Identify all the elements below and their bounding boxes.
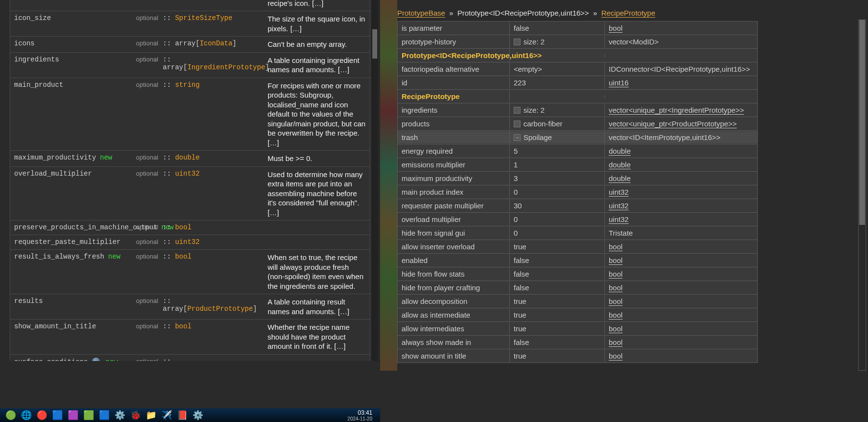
- arrow-icon[interactable]: →: [514, 134, 521, 141]
- doc-property-name: requester_paste_multiplier: [14, 238, 136, 246]
- inspector-row[interactable]: id223uint16: [397, 76, 758, 90]
- pdf-icon[interactable]: 📕: [174, 409, 190, 421]
- inspector-row[interactable]: allow inserter overloadtruebool: [397, 240, 758, 254]
- inspector-type[interactable]: vector<unique_ptr<IngredientPrototype>>: [605, 104, 757, 116]
- inspector-type[interactable]: double: [605, 172, 757, 184]
- inspector-type[interactable]: bool: [605, 322, 757, 335]
- inspector-name: allow as intermediate: [398, 309, 510, 321]
- inspector-row[interactable]: enabledfalsebool: [397, 254, 758, 267]
- type-link[interactable]: string: [175, 81, 199, 89]
- inspector-type[interactable]: double: [605, 145, 757, 157]
- type-link[interactable]: IngredientPrototype: [187, 63, 265, 71]
- inspector-row[interactable]: main product index0uint32: [397, 185, 758, 199]
- type-link[interactable]: double: [175, 154, 199, 161]
- inspector-name: ingredients: [398, 104, 510, 116]
- doc-row[interactable]: preserve_products_in_machine_outputnewop…: [10, 221, 370, 235]
- telegram-icon[interactable]: ✈️: [159, 409, 174, 421]
- type-link[interactable]: bool: [175, 322, 192, 330]
- inspector-row[interactable]: trash→Spoilagevector<ID<ItemPrototype,ui…: [397, 131, 758, 144]
- type-link[interactable]: bool: [175, 223, 192, 231]
- gear-icon[interactable]: ⚙️: [112, 409, 128, 421]
- inspector-type[interactable]: vector<unique_ptr<ProductPrototype>>: [605, 118, 757, 130]
- type-link[interactable]: ProductPrototype: [187, 305, 252, 313]
- inspector-type[interactable]: bool: [605, 309, 757, 321]
- inspector-value: 0: [510, 213, 605, 225]
- pycharm-icon[interactable]: 🟩: [81, 409, 96, 421]
- doc-row[interactable]: surface_conditions newoptional:: array[S…: [10, 355, 370, 362]
- doc-property-name: icons: [14, 40, 136, 49]
- inspector-type[interactable]: double: [605, 159, 757, 171]
- type-link[interactable]: uint32: [175, 238, 199, 246]
- chrome-icon[interactable]: 🌐: [19, 409, 34, 421]
- inspector-type: [605, 54, 757, 58]
- inspector-row[interactable]: hide from player craftingfalsebool: [397, 281, 758, 295]
- inspector-row[interactable]: hide from flow statsfalsebool: [397, 267, 758, 281]
- inspector-type[interactable]: bool: [605, 336, 757, 348]
- inspector-name: RecipePrototype: [398, 90, 510, 102]
- inspector-row[interactable]: always show made infalsebool: [397, 336, 758, 349]
- inspector-row[interactable]: is parameterfalsebool: [397, 21, 758, 35]
- inspector-row[interactable]: show amount in titletruebool: [397, 349, 758, 363]
- doc-row[interactable]: iconsoptional:: array[IconData]Can't be …: [10, 37, 370, 53]
- left-scrollbar[interactable]: [371, 0, 378, 361]
- inspector-row[interactable]: allow as intermediatetruebool: [397, 308, 758, 322]
- doc-row[interactable]: maximum_productivitynewoptional:: double…: [10, 151, 370, 167]
- breadcrumb-root[interactable]: PrototypeBase: [397, 9, 445, 17]
- vscode-icon[interactable]: 🟦: [50, 409, 65, 421]
- expand-icon[interactable]: [514, 39, 521, 45]
- app-icon[interactable]: 🟢: [3, 409, 19, 421]
- breadcrumb-leaf[interactable]: RecipePrototype: [601, 9, 656, 17]
- expand-icon[interactable]: [514, 107, 521, 114]
- inspector-type[interactable]: bool: [605, 254, 757, 266]
- inspector-type[interactable]: uint32: [605, 200, 757, 212]
- left-scrollbar-thumb[interactable]: [372, 29, 377, 59]
- inspector-row[interactable]: emissions multiplier1double: [397, 158, 758, 172]
- expand-icon[interactable]: [514, 121, 521, 127]
- inspector-type[interactable]: uint32: [605, 213, 757, 225]
- inspector-row[interactable]: productscarbon-fibervector<unique_ptr<Pr…: [397, 117, 758, 131]
- doc-type: :: bool: [163, 223, 268, 232]
- inspector-type[interactable]: bool: [605, 295, 757, 307]
- inspector-row[interactable]: allow intermediatestruebool: [397, 322, 758, 336]
- inspector-row[interactable]: maximum productivity3double: [397, 172, 758, 185]
- inspector-row[interactable]: requester paste multiplier30uint32: [397, 199, 758, 213]
- inspector-type[interactable]: bool: [605, 22, 757, 34]
- taskbar-clock[interactable]: 03:41 2024-11-20: [347, 409, 377, 422]
- inspector-type[interactable]: bool: [605, 241, 757, 253]
- optional-label: optional: [136, 253, 163, 291]
- inspector-row[interactable]: allow decompositiontruebool: [397, 295, 758, 308]
- doc-row[interactable]: iconoptional:: FileNameIf given, this de…: [10, 0, 370, 11]
- doc-row[interactable]: resultsoptional:: array[ProductPrototype…: [10, 294, 370, 320]
- inspector-row[interactable]: factoriopedia alternative<empty>IDConnec…: [397, 62, 758, 76]
- inspector-row[interactable]: ingredientssize: 2vector<unique_ptr<Ingr…: [397, 103, 758, 117]
- inspector-row[interactable]: hide from signal gui0Tristate: [397, 226, 758, 240]
- ide-icon[interactable]: 🟪: [65, 409, 81, 421]
- type-link[interactable]: bool: [175, 253, 192, 261]
- doc-row[interactable]: requester_paste_multiplieroptional:: uin…: [10, 235, 370, 250]
- inspector-row[interactable]: overload multiplier0uint32: [397, 213, 758, 226]
- doc-row[interactable]: show_amount_in_titleoptional:: boolWheth…: [10, 320, 370, 355]
- opera-icon[interactable]: 🔴: [34, 409, 50, 421]
- doc-row[interactable]: icon_sizeoptional:: SpriteSizeTypeThe si…: [10, 11, 370, 37]
- inspector-type[interactable]: bool: [605, 281, 757, 294]
- doc-row[interactable]: main_productoptional:: stringFor recipes…: [10, 78, 370, 151]
- photoshop-icon[interactable]: 🟦: [96, 409, 112, 421]
- type-link[interactable]: IconData: [200, 40, 232, 47]
- inspector-row[interactable]: energy required5double: [397, 144, 758, 158]
- doc-row[interactable]: result_is_always_freshnewoptional:: bool…: [10, 250, 370, 294]
- app-icon-2[interactable]: 🐞: [128, 409, 143, 421]
- right-scrollbar[interactable]: [858, 20, 866, 371]
- files-icon[interactable]: 📁: [143, 409, 159, 421]
- inspector-row[interactable]: prototype-historysize: 2vector<ModID>: [397, 35, 758, 49]
- doc-row[interactable]: ingredientsoptional:: array[IngredientPr…: [10, 53, 370, 78]
- inspector-type[interactable]: uint16: [605, 77, 757, 89]
- type-link[interactable]: SpriteSizeType: [175, 14, 232, 22]
- doc-property-name: overload_multiplier: [14, 170, 136, 218]
- inspector-type[interactable]: uint32: [605, 186, 757, 198]
- right-scrollbar-thumb[interactable]: [859, 20, 865, 225]
- doc-row[interactable]: overload_multiplieroptional:: uint32Used…: [10, 167, 370, 221]
- inspector-type[interactable]: bool: [605, 350, 757, 362]
- inspector-type[interactable]: bool: [605, 268, 757, 280]
- factorio-icon[interactable]: ⚙️: [190, 409, 206, 421]
- type-link[interactable]: uint32: [175, 170, 199, 178]
